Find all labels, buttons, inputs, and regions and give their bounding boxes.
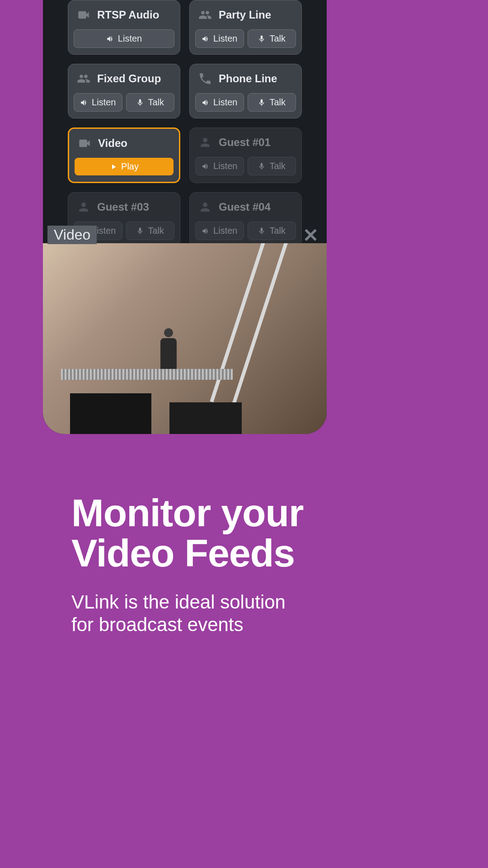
group-icon — [197, 8, 213, 22]
card-title: Party Line — [219, 9, 271, 21]
talk-button[interactable]: Talk — [126, 222, 175, 240]
talk-button[interactable]: Talk — [248, 157, 296, 175]
card-phone-line[interactable]: Phone Line Listen Talk — [189, 64, 302, 118]
hero-title: Monitor your Video Feeds — [71, 493, 304, 574]
hero-title-line2: Video Feeds — [71, 533, 304, 573]
card-buttons: Play — [75, 158, 174, 175]
phone-icon — [197, 71, 213, 86]
talk-label: Talk — [269, 161, 286, 171]
card-buttons: Listen Talk — [195, 93, 296, 112]
card-fixed-group[interactable]: Fixed Group Listen Talk — [68, 64, 180, 118]
card-header: Guest #03 — [74, 198, 174, 214]
listen-button[interactable]: Listen — [195, 29, 244, 48]
card-title: RTSP Audio — [97, 9, 159, 21]
card-buttons: Listen Talk — [195, 157, 296, 175]
video-camera-icon — [75, 8, 92, 22]
play-button[interactable]: Play — [75, 158, 174, 175]
talk-label: Talk — [269, 97, 286, 108]
hero-subtitle: VLink is the ideal solution for broadcas… — [71, 591, 304, 637]
talk-button[interactable]: Talk — [126, 93, 175, 112]
listen-button[interactable]: Listen — [195, 157, 244, 175]
cards-grid: RTSP Audio Listen Party Line Listen — [43, 0, 327, 247]
talk-button[interactable]: Talk — [248, 29, 296, 48]
card-party-line[interactable]: Party Line Listen Talk — [189, 0, 302, 55]
person-icon — [75, 200, 92, 214]
card-header: Phone Line — [195, 70, 296, 86]
video-label-tab: Video — [47, 226, 97, 244]
listen-button[interactable]: Listen — [74, 29, 174, 48]
card-title: Guest #03 — [97, 201, 149, 213]
listen-label: Listen — [213, 33, 237, 44]
card-guest-01[interactable]: Guest #01 Listen Talk — [189, 127, 302, 183]
card-header: Party Line — [195, 6, 296, 22]
video-camera-icon — [76, 136, 93, 151]
card-title: Fixed Group — [97, 72, 161, 85]
hero-sub-line2: for broadcast events — [71, 613, 304, 636]
card-header: Guest #01 — [195, 133, 296, 150]
listen-label: Listen — [213, 97, 237, 108]
listen-button[interactable]: Listen — [74, 93, 122, 112]
listen-label: Listen — [118, 33, 142, 44]
talk-label: Talk — [269, 33, 286, 44]
card-header: Fixed Group — [74, 70, 174, 86]
card-guest-04[interactable]: Guest #04 Listen Talk — [189, 192, 302, 247]
card-title: Guest #04 — [219, 201, 271, 213]
card-video[interactable]: Video Play — [68, 127, 180, 183]
listen-label: Listen — [92, 97, 116, 108]
listen-button[interactable]: Listen — [195, 93, 244, 112]
hero-title-line1: Monitor your — [71, 493, 304, 533]
card-header: Video — [75, 134, 174, 151]
card-title: Phone Line — [219, 72, 277, 85]
person-icon — [197, 200, 213, 214]
group-icon — [75, 71, 92, 86]
talk-label: Talk — [269, 226, 286, 236]
device-frame: RTSP Audio Listen Party Line Listen — [43, 0, 327, 434]
video-feed-preview — [43, 243, 327, 434]
talk-label: Talk — [148, 97, 164, 108]
card-title: Video — [98, 137, 127, 150]
person-icon — [197, 135, 213, 150]
hero-sub-line1: VLink is the ideal solution — [71, 591, 304, 613]
listen-button[interactable]: Listen — [195, 222, 244, 240]
listen-label: Listen — [213, 226, 237, 236]
video-overlay: Video ✕ — [43, 243, 327, 434]
card-header: Guest #04 — [195, 198, 296, 214]
card-buttons: Listen Talk — [195, 222, 296, 240]
card-buttons: Listen Talk — [74, 93, 174, 112]
card-buttons: Listen — [74, 29, 174, 48]
talk-label: Talk — [148, 226, 164, 236]
talk-button[interactable]: Talk — [248, 93, 296, 112]
card-rtsp-audio[interactable]: RTSP Audio Listen — [68, 0, 180, 55]
card-title: Guest #01 — [219, 136, 271, 149]
play-label: Play — [121, 161, 139, 172]
listen-label: Listen — [213, 161, 237, 171]
card-buttons: Listen Talk — [195, 29, 296, 48]
hero-text: Monitor your Video Feeds VLink is the id… — [71, 493, 304, 637]
card-header: RTSP Audio — [74, 6, 174, 22]
talk-button[interactable]: Talk — [248, 222, 296, 240]
